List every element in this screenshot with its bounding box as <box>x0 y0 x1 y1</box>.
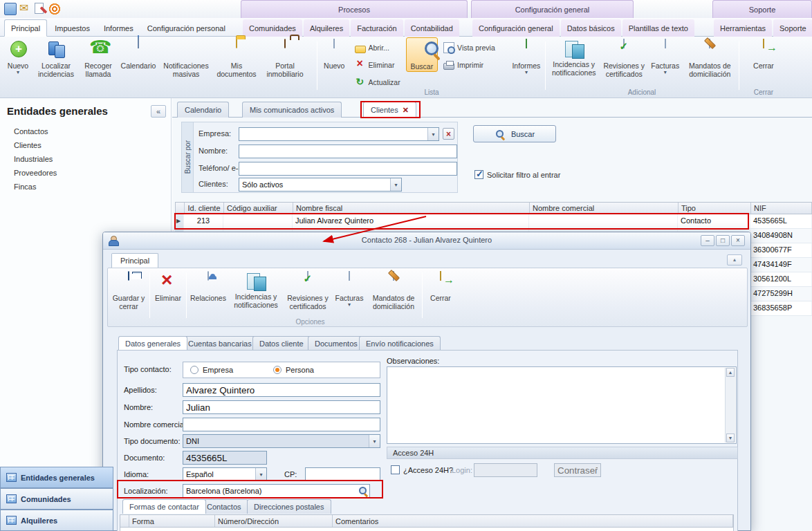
recoger-llamada-button[interactable]: Recoger llamada <box>79 37 118 79</box>
dialog-revisiones-button[interactable]: Revisiones y certificados <box>284 270 332 311</box>
col-nif[interactable]: NIF <box>751 203 812 214</box>
chevron-down-icon[interactable] <box>390 178 401 191</box>
lista-nuevo-button[interactable]: Nuevo <box>320 37 349 71</box>
bottom-tab-direcciones-postales[interactable]: Direcciones postales <box>247 499 331 514</box>
maximize-button[interactable]: □ <box>716 235 730 246</box>
form-tab-envio-notificaciones[interactable]: Envío notificaciones <box>359 336 441 350</box>
collapse-ribbon-icon[interactable] <box>727 254 742 266</box>
empresa-combo[interactable] <box>239 127 439 141</box>
col-comentarios[interactable]: Comentarios <box>333 515 733 527</box>
col-nombre-fiscal[interactable]: Nombre fiscal <box>293 203 530 214</box>
form-tab-datos-cliente[interactable]: Datos cliente <box>252 336 311 350</box>
tab-herramientas[interactable]: Herramientas <box>714 19 772 37</box>
cp-input[interactable] <box>305 467 380 481</box>
informes-button[interactable]: Informes▾ <box>509 37 544 76</box>
doc-tab-mis-comunicados[interactable]: Mis comunicados activos <box>242 102 342 118</box>
tab-datos-basicos[interactable]: Datos básicos <box>561 19 621 37</box>
tab-alquileres[interactable]: Alquileres <box>304 19 349 37</box>
scrollbar[interactable]: ▲ ▼ <box>725 368 735 442</box>
dialog-tab-principal[interactable]: Principal <box>111 253 158 268</box>
col-tipo[interactable]: Tipo <box>679 203 751 214</box>
sidebar-item-clientes[interactable]: Clientes <box>14 141 41 149</box>
dialog-facturas-button[interactable]: Facturas▾ <box>332 270 367 308</box>
tab-facturacion[interactable]: Facturación <box>351 19 403 37</box>
tipo-documento-select[interactable]: DNI <box>183 434 380 448</box>
login-input[interactable] <box>474 463 537 477</box>
chevron-down-icon[interactable] <box>255 468 266 481</box>
clientes-select[interactable]: Sólo activos <box>239 178 402 192</box>
col-codigo-auxiliar[interactable]: Código auxiliar <box>224 203 293 214</box>
app-grid-icon[interactable] <box>4 3 17 15</box>
col-nombre-comercial[interactable]: Nombre comercial <box>530 203 679 214</box>
scroll-down-icon[interactable]: ▼ <box>726 434 735 442</box>
form-tab-cuentas-bancarias[interactable]: Cuentas bancarias <box>181 336 259 350</box>
dialog-incidencias-button[interactable]: Incidencias y notificaciones <box>228 270 284 310</box>
buscar-search-button[interactable]: Buscar <box>473 125 556 142</box>
sidebar-item-industriales[interactable]: Industriales <box>14 155 53 163</box>
form-tab-documentos[interactable]: Documentos <box>308 336 365 350</box>
broadcast-icon[interactable] <box>48 3 61 15</box>
dialog-mandatos-button[interactable]: Mandatos de domiciliación <box>367 270 421 311</box>
tab-contabilidad[interactable]: Contabilidad <box>405 19 459 37</box>
actualizar-button[interactable]: Actualizar <box>352 75 403 90</box>
table-row[interactable]: 213 Julian Alvarez Quintero Contacto 453… <box>175 214 812 229</box>
nombre-input[interactable] <box>239 145 457 158</box>
apellidos-input[interactable] <box>183 383 380 397</box>
dialog-titlebar[interactable]: Contacto 268 - Julian Alvarez Quintero –… <box>103 232 750 250</box>
compose-icon[interactable] <box>35 3 44 14</box>
chevron-down-icon[interactable] <box>427 128 439 140</box>
imprimir-button[interactable]: Imprimir <box>441 57 498 73</box>
contrasena-input[interactable] <box>554 463 601 477</box>
bottom-table-header[interactable]: Forma Número/Dirección Comentarios <box>120 514 734 528</box>
telefono-email-input[interactable] <box>239 162 457 176</box>
col-numero-direccion[interactable]: Número/Dirección <box>215 515 333 527</box>
calendario-button[interactable]: Calendario <box>119 37 158 71</box>
bottom-tab-formas-contactar[interactable]: Formas de contactar <box>122 499 206 514</box>
relaciones-button[interactable]: Relaciones <box>188 270 228 303</box>
idioma-select[interactable]: Español <box>183 467 267 481</box>
tab-informes[interactable]: Informes <box>98 19 140 37</box>
buscar-button[interactable]: Buscar <box>406 37 438 72</box>
sidebar-item-contactos[interactable]: Contactos <box>14 127 48 136</box>
portal-inmobiliario-button[interactable]: Portal inmobiliario <box>260 37 310 79</box>
nav-comunidades[interactable]: Comunidades <box>0 488 113 510</box>
close-tab-icon[interactable]: ✕ <box>403 106 409 115</box>
minimize-button[interactable]: – <box>701 235 714 246</box>
facturas-button[interactable]: Facturas▾ <box>648 37 683 76</box>
documento-input[interactable] <box>183 451 267 465</box>
doc-tab-clientes[interactable]: Clientes✕ <box>363 102 416 118</box>
close-button[interactable]: × <box>731 235 745 246</box>
abrir-button[interactable]: Abrir... <box>352 40 403 55</box>
notificaciones-masivas-button[interactable]: Notificaciones masivas <box>159 37 213 79</box>
tab-principal[interactable]: Principal <box>4 19 47 37</box>
chevron-down-icon[interactable] <box>369 435 380 447</box>
mandatos-domiciliacion-button[interactable]: Mandatos de domiciliación <box>684 37 736 79</box>
tab-impuestos[interactable]: Impuestos <box>48 19 96 37</box>
sidebar-item-fincas[interactable]: Fincas <box>14 183 36 191</box>
sidebar-item-proveedores[interactable]: Proveedores <box>14 169 57 177</box>
eliminar-button[interactable]: Eliminar <box>352 57 403 73</box>
nombre-comercial-input[interactable] <box>183 418 380 431</box>
dialog-eliminar-button[interactable]: Eliminar <box>151 270 185 303</box>
nav-entidades-generales[interactable]: Entidades generales <box>0 467 113 488</box>
col-id-cliente[interactable]: Id. cliente <box>185 203 224 214</box>
tab-plantillas-texto[interactable]: Plantillas de texto <box>622 19 694 37</box>
scroll-up-icon[interactable]: ▲ <box>726 368 735 377</box>
localizar-incidencias-button[interactable]: Localizar incidencias <box>35 37 77 79</box>
mis-documentos-button[interactable]: Mis documentos <box>214 37 259 79</box>
sidebar-collapse-button[interactable]: « <box>151 105 166 118</box>
col-forma[interactable]: Forma <box>129 515 215 527</box>
form-tab-datos-generales[interactable]: Datos generales <box>118 336 187 350</box>
nav-alquileres[interactable]: Alquileres <box>0 510 113 531</box>
tab-configuracion-general[interactable]: Configuración general <box>472 19 560 37</box>
guardar-cerrar-button[interactable]: Guardar y cerrar <box>109 270 148 311</box>
clear-empresa-button[interactable] <box>443 128 454 140</box>
empresa-radio[interactable] <box>190 366 199 374</box>
solicitar-filtro-checkbox[interactable] <box>474 170 483 179</box>
doc-tab-calendario[interactable]: Calendario <box>177 102 229 118</box>
bottom-tab-contactos[interactable]: Contactos <box>200 499 248 514</box>
nuevo-button[interactable]: Nuevo▾ <box>3 37 33 76</box>
incidencias-notificaciones-button[interactable]: Incidencias y notificaciones <box>548 37 600 77</box>
mail-icon[interactable] <box>19 3 32 15</box>
tab-configuracion-personal[interactable]: Configuración personal <box>141 19 232 37</box>
